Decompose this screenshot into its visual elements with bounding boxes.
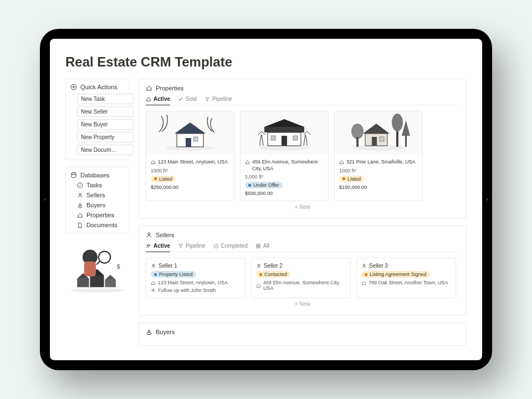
property-status-badge: Under Offer: [245, 182, 283, 188]
main-content: Properties ActiveSoldPipeline 123 Main S…: [139, 79, 467, 357]
sidebar-illustration: $: [65, 242, 130, 295]
tab-completed[interactable]: Completed: [213, 243, 248, 252]
person2-icon: [146, 243, 151, 249]
database-item-label: Buyers: [86, 202, 105, 208]
svg-rect-42: [356, 137, 359, 147]
person-icon: [146, 232, 152, 238]
seller-status-badge: Property Listed: [151, 271, 196, 278]
home-icon: [151, 280, 156, 285]
home-icon: [146, 85, 152, 91]
svg-point-38: [392, 114, 403, 131]
property-address: 456 Elm Avenue, Somewhere City, USA: [252, 159, 324, 172]
tab-active[interactable]: Active: [146, 96, 170, 105]
database-item-label: Documents: [86, 222, 117, 228]
seller-name: Seller 2: [264, 263, 283, 269]
databases-heading: Databases: [70, 172, 125, 178]
seller-address: 789 Oak Street, Another Town, USA: [369, 280, 448, 285]
seller-card[interactable]: Seller 2Contacted456 Elm Avenue, Somewhe…: [251, 258, 351, 298]
seller-status-badge: Listing Agreement Signed: [361, 271, 430, 278]
seller-address: 123 Main Street, Anytown, USA: [158, 280, 228, 285]
home-icon: [339, 160, 344, 165]
buyers-heading-label: Buyers: [156, 329, 175, 335]
database-link-properties[interactable]: Properties: [77, 212, 125, 218]
tab-pipeline[interactable]: Pipeline: [204, 96, 232, 105]
property-card[interactable]: 321 Pine Lane, Smallville, USA1000 ft²Li…: [334, 111, 423, 201]
person-icon: [256, 263, 262, 269]
property-thumbnail: [335, 111, 422, 155]
property-address: 321 Pine Lane, Smallville, USA: [346, 159, 416, 166]
database-link-sellers[interactable]: Sellers: [77, 192, 125, 198]
quick-action-button[interactable]: New Property: [77, 132, 134, 142]
svg-point-41: [351, 124, 364, 139]
database-link-buyers[interactable]: Buyers: [77, 202, 125, 208]
property-price: $150,000.00: [339, 185, 418, 190]
properties-heading: Properties: [146, 85, 459, 91]
sellers-block: Sellers ActivePipelineCompletedAll Selle…: [139, 226, 467, 316]
svg-line-22: [96, 261, 100, 265]
tab-active[interactable]: Active: [146, 243, 170, 252]
quick-action-button[interactable]: New Docum…: [77, 145, 134, 155]
done-icon: [213, 243, 219, 249]
properties-new-button[interactable]: + New: [146, 201, 459, 213]
database-link-documents[interactable]: Documents: [77, 222, 125, 228]
property-card[interactable]: 123 Main Street, Anytown, USA1500 ft²Lis…: [146, 111, 234, 201]
home-icon: [77, 212, 83, 218]
svg-marker-32: [264, 119, 304, 127]
seller-card[interactable]: Seller 1Property Listed123 Main Street, …: [146, 258, 245, 298]
tab-label: All: [263, 243, 269, 249]
sellers-heading-label: Sellers: [156, 232, 175, 238]
user-icon: [146, 329, 152, 335]
database-icon: [70, 172, 77, 178]
checklist-icon: [77, 182, 83, 188]
database-item-label: Sellers: [86, 192, 105, 198]
svg-point-12: [71, 288, 125, 293]
person-icon: [151, 263, 156, 269]
seller-name: Seller 3: [369, 263, 388, 269]
sellers-new-button[interactable]: + New: [146, 298, 459, 310]
quick-action-button[interactable]: New Task: [77, 94, 134, 104]
svg-rect-15: [77, 279, 89, 287]
user-icon: [77, 202, 83, 208]
property-price: $250,000.00: [151, 185, 229, 190]
databases-label: Databases: [80, 172, 110, 178]
property-price: $500,000.00: [245, 191, 324, 196]
tab-pipeline[interactable]: Pipeline: [178, 243, 206, 252]
home-icon: [245, 160, 250, 165]
quick-actions-label: Quick Actions: [80, 84, 117, 90]
property-status-badge: Listed: [339, 176, 364, 182]
svg-rect-39: [405, 135, 407, 147]
buyers-heading: Buyers: [146, 329, 459, 335]
databases-panel: Databases TasksSellersBuyersPropertiesDo…: [65, 167, 130, 233]
tablet-button-right: [486, 198, 488, 201]
doc-icon: [77, 222, 83, 228]
seller-name: Seller 1: [158, 263, 177, 269]
tab-sold[interactable]: Sold: [178, 96, 197, 105]
svg-rect-46: [380, 137, 384, 141]
svg-marker-26: [175, 122, 206, 134]
database-item-label: Tasks: [86, 182, 102, 188]
sidebar: Quick Actions New TaskNew SellerNew Buye…: [65, 79, 130, 357]
svg-rect-27: [186, 138, 191, 147]
property-sqft: 1000 ft²: [339, 168, 418, 173]
svg-rect-34: [293, 136, 298, 140]
tab-all[interactable]: All: [255, 243, 269, 252]
svg-rect-17: [105, 280, 116, 288]
quick-actions-panel: Quick Actions New TaskNew SellerNew Buye…: [65, 79, 130, 160]
seller-address: 456 Elm Avenue, Somewhere City, USA: [263, 280, 346, 291]
quick-action-button[interactable]: New Buyer: [77, 119, 134, 130]
property-card[interactable]: 456 Elm Avenue, Somewhere City, USA5,000…: [240, 111, 329, 201]
property-sqft: 5,000 ft²: [245, 174, 324, 180]
home-icon: [146, 96, 151, 102]
check-icon: [178, 96, 183, 102]
seller-status-badge: Contacted: [256, 271, 290, 278]
property-status-badge: Listed: [151, 176, 176, 182]
svg-rect-35: [282, 136, 287, 146]
svg-rect-37: [396, 130, 398, 147]
properties-heading-label: Properties: [156, 85, 183, 91]
home-icon: [256, 283, 261, 288]
seller-card[interactable]: Seller 3Listing Agreement Signed789 Oak …: [356, 258, 456, 298]
database-link-tasks[interactable]: Tasks: [77, 182, 125, 188]
funnel-icon: [178, 243, 183, 249]
quick-action-button[interactable]: New Seller: [77, 106, 134, 117]
buyers-block: Buyers: [139, 323, 467, 346]
